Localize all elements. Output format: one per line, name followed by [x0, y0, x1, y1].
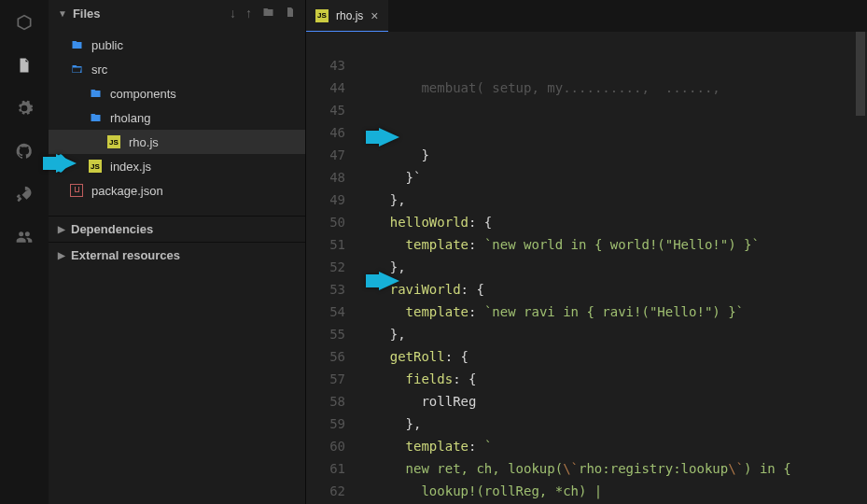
line-number: 56	[306, 345, 345, 368]
code-line[interactable]: getRoll: {	[358, 345, 867, 368]
tree-item-label: package.json	[91, 184, 163, 198]
download-icon[interactable]: ↓	[230, 6, 236, 21]
tree-item-src[interactable]: src	[49, 57, 305, 81]
code-line[interactable]: },	[358, 413, 867, 435]
js-icon: JS	[106, 134, 121, 149]
tree-item-label: public	[91, 38, 123, 52]
line-number: 57	[306, 368, 345, 390]
partial-line: membuat( setup, my.........., ......,	[358, 77, 867, 99]
line-number: 51	[306, 233, 345, 256]
code-line[interactable]: template: `new ravi in { ravi!("Hello!")…	[358, 301, 867, 323]
line-number: 49	[306, 189, 345, 211]
sidebar: ▼ Files ↓ ↑ publicsrccomponentsrholangJS…	[49, 0, 306, 504]
line-number: 54	[306, 301, 345, 323]
tree-item-index-js[interactable]: JSindex.js	[49, 154, 305, 178]
code-line[interactable]: new ret, ch, lookup(\`rho:registry:looku…	[358, 457, 867, 480]
external-resources-section-header[interactable]: ▶ External resources	[49, 242, 305, 268]
annotation-arrow	[366, 271, 399, 289]
folder-icon	[88, 86, 103, 101]
folder-icon	[69, 37, 84, 52]
files-label: Files	[73, 7, 101, 21]
code-line[interactable]: },	[358, 256, 867, 278]
annotation-arrow	[366, 127, 399, 146]
file-tree: publicsrccomponentsrholangJSrho.jsJSinde…	[49, 27, 305, 216]
external-resources-label: External resources	[71, 248, 180, 262]
box-icon[interactable]	[13, 11, 35, 34]
line-number: 61	[306, 457, 345, 480]
folder-open-icon	[69, 62, 84, 77]
dependencies-label: Dependencies	[71, 222, 153, 236]
close-icon[interactable]: ×	[371, 8, 378, 23]
tree-item-label: rho.js	[129, 135, 159, 149]
code-line[interactable]: }	[358, 144, 867, 166]
line-number-gutter: 4344454647484950515253545556575859606162…	[306, 32, 358, 504]
line-number: 52	[306, 256, 345, 278]
folder-icon	[88, 110, 103, 125]
chevron-right-icon: ▶	[58, 224, 65, 234]
code-line[interactable]: },	[358, 323, 867, 345]
line-number: 46	[306, 121, 345, 144]
editor: JS rho.js × 4344454647484950515253545556…	[306, 0, 867, 504]
tree-item-public[interactable]: public	[49, 33, 305, 57]
tab-rho-js[interactable]: JS rho.js ×	[306, 0, 388, 32]
tab-bar: JS rho.js ×	[306, 0, 867, 32]
activity-bar	[0, 0, 49, 504]
rocket-icon[interactable]	[13, 183, 35, 205]
code-line[interactable]: rollReg	[358, 390, 867, 413]
line-number: 48	[306, 166, 345, 189]
files-section-header[interactable]: ▼ Files ↓ ↑	[49, 0, 305, 27]
tab-label: rho.js	[336, 9, 363, 22]
line-number: 58	[306, 390, 345, 413]
npm-icon	[69, 183, 84, 198]
code-line[interactable]: template: `	[358, 435, 867, 457]
tree-item-label: index.js	[110, 160, 151, 174]
chevron-right-icon: ▶	[58, 250, 65, 260]
tree-item-label: components	[110, 87, 176, 101]
line-number: 43	[306, 54, 345, 77]
code-line[interactable]: fields: {	[358, 368, 867, 390]
code-area[interactable]: 4344454647484950515253545556575859606162…	[306, 32, 867, 504]
gear-icon[interactable]	[13, 97, 35, 119]
code-line[interactable]: helloWorld: {	[358, 211, 867, 233]
code-line[interactable]: template: `new world in { world!("Hello!…	[358, 233, 867, 256]
line-number: 45	[306, 99, 345, 121]
new-folder-icon[interactable]	[261, 6, 275, 21]
tree-item-label: rholang	[110, 111, 150, 125]
github-icon[interactable]	[13, 140, 35, 162]
line-number: 50	[306, 211, 345, 233]
js-icon: JS	[88, 159, 103, 174]
chevron-down-icon: ▼	[58, 8, 67, 19]
line-number: 62	[306, 480, 345, 502]
code-line[interactable]: raviWorld: {	[358, 278, 867, 301]
line-number: 55	[306, 323, 345, 345]
code-lines[interactable]: membuat( setup, my.........., ......, } …	[358, 32, 867, 504]
tree-item-label: src	[91, 63, 107, 77]
line-number: 53	[306, 278, 345, 301]
tree-item-rholang[interactable]: rholang	[49, 105, 305, 130]
annotation-arrow	[43, 153, 77, 172]
upload-icon[interactable]: ↑	[245, 6, 252, 21]
code-line[interactable]: },	[358, 189, 867, 211]
new-file-icon[interactable]	[285, 6, 296, 21]
people-icon[interactable]	[13, 226, 35, 248]
line-number: 60	[306, 435, 345, 457]
code-line[interactable]: lookup!(rollReg, *ch) |	[358, 480, 867, 502]
tree-item-package-json[interactable]: package.json	[49, 178, 305, 203]
tree-item-rho-js[interactable]: JSrho.js	[49, 130, 305, 154]
line-number: 44	[306, 77, 345, 99]
tree-item-components[interactable]: components	[49, 81, 305, 105]
vertical-scrollbar[interactable]	[856, 32, 865, 116]
line-number: 59	[306, 413, 345, 435]
js-icon: JS	[315, 9, 329, 22]
dependencies-section-header[interactable]: ▶ Dependencies	[49, 216, 305, 242]
code-line[interactable]: }`	[358, 166, 867, 189]
line-number: 47	[306, 144, 345, 166]
file-icon[interactable]	[13, 54, 35, 77]
